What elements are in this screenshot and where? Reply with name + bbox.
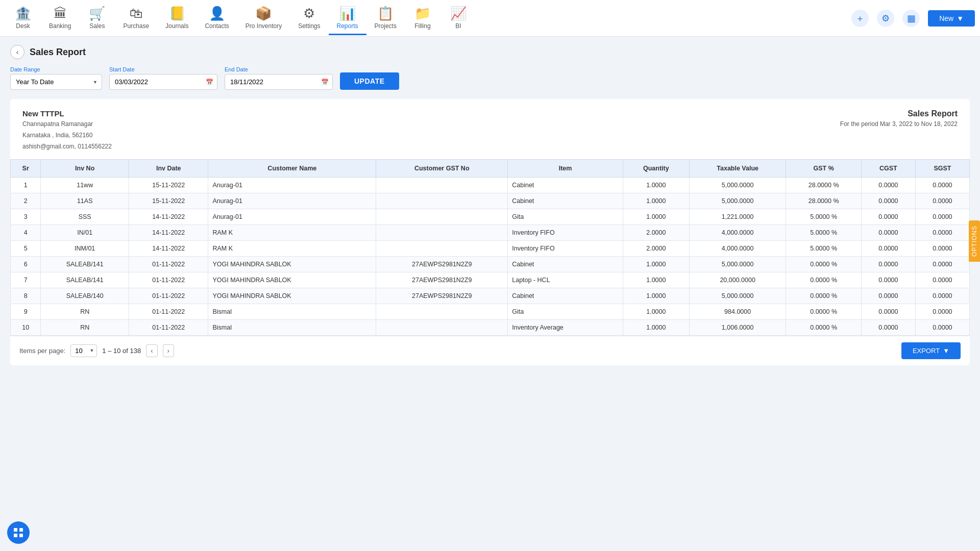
new-chevron-icon: ▼: [957, 14, 964, 22]
nav-item-contacts[interactable]: 👤 Contacts: [197, 2, 237, 35]
settings-icon[interactable]: ⚙: [877, 10, 894, 27]
cell-customer_name: YOGI MAHINDRA SABLOK: [208, 256, 376, 272]
nav-item-projects[interactable]: 📋 Projects: [366, 2, 405, 35]
cell-inv_date: 14-11-2022: [129, 240, 208, 256]
cell-gst_pct: 0.0000 %: [786, 304, 861, 319]
table-body: 111ww15-11-2022Anurag-01Cabinet1.00005,0…: [11, 177, 970, 335]
journals-label: Journals: [165, 22, 188, 30]
cell-item: Gita: [508, 209, 623, 224]
cell-cgst: 0.0000: [861, 177, 915, 193]
nav-item-settings[interactable]: ⚙ Settings: [290, 2, 328, 35]
cell-inv_no: 11AS: [41, 193, 129, 209]
options-tab[interactable]: OPTIONS: [969, 220, 980, 262]
top-navigation: 🏦 Desk 🏛 Banking 🛒 Sales 🛍 Purchase 📒 Jo…: [0, 0, 980, 37]
add-icon[interactable]: ＋: [851, 10, 869, 27]
page-size-wrapper: 10 25 50 100: [70, 344, 97, 357]
grid-view-icon[interactable]: ▦: [902, 10, 920, 27]
end-date-input[interactable]: [225, 74, 333, 90]
cell-gst_pct: 0.0000 %: [786, 288, 861, 304]
cell-sr: 10: [11, 319, 41, 335]
prev-page-button[interactable]: ‹: [146, 344, 157, 357]
start-date-filter: Start Date: [109, 66, 217, 90]
nav-item-desk[interactable]: 🏦 Desk: [5, 2, 41, 35]
cell-customer_gst: [376, 240, 508, 256]
cell-gst_pct: 28.0000 %: [786, 193, 861, 209]
cell-sr: 8: [11, 288, 41, 304]
cell-inv_no: SALEAB/141: [41, 272, 129, 288]
back-button[interactable]: ‹: [10, 45, 24, 59]
update-button[interactable]: UPDATE: [340, 72, 399, 90]
page-title: Sales Report: [30, 47, 86, 58]
cell-cgst: 0.0000: [861, 256, 915, 272]
table-row: 6SALEAB/14101-11-2022YOGI MAHINDRA SABLO…: [11, 256, 970, 272]
cell-quantity: 2.0000: [623, 240, 689, 256]
company-address1: Channapatna Ramanagar: [22, 119, 112, 129]
cell-inv_date: 01-11-2022: [129, 288, 208, 304]
table-row: 10RN01-11-2022BismalInventory Average1.0…: [11, 319, 970, 335]
new-button[interactable]: New ▼: [928, 10, 975, 27]
cell-quantity: 2.0000: [623, 224, 689, 240]
cell-customer_name: Bismal: [208, 319, 376, 335]
nav-item-filling[interactable]: 📁 Filling: [405, 2, 440, 35]
nav-item-purchase[interactable]: 🛍 Purchase: [115, 2, 157, 35]
col-header-inv-date: Inv Date: [129, 159, 208, 177]
cell-taxable_value: 5,000.0000: [689, 193, 786, 209]
cell-inv_date: 14-11-2022: [129, 224, 208, 240]
contacts-icon: 👤: [209, 6, 225, 21]
cell-inv_no: INM/01: [41, 240, 129, 256]
nav-item-bi[interactable]: 📈 BI: [440, 2, 476, 35]
cell-taxable_value: 1,221.0000: [689, 209, 786, 224]
col-header-customer-gst-no: Customer GST No: [376, 159, 508, 177]
nav-item-journals[interactable]: 📒 Journals: [157, 2, 197, 35]
cell-sgst: 0.0000: [915, 319, 969, 335]
bottom-app-icon[interactable]: [7, 521, 30, 544]
filling-label: Filling: [414, 22, 430, 30]
pro-inventory-label: Pro Inventory: [246, 22, 282, 30]
company-info: New TTTPL Channapatna Ramanagar Karnatak…: [22, 109, 112, 152]
cell-cgst: 0.0000: [861, 319, 915, 335]
cell-gst_pct: 5.0000 %: [786, 224, 861, 240]
cell-customer_name: Bismal: [208, 304, 376, 319]
svg-rect-2: [14, 534, 17, 537]
cell-customer_gst: [376, 177, 508, 193]
page-header: ‹ Sales Report: [10, 45, 970, 59]
header-row: SrInv NoInv DateCustomer NameCustomer GS…: [11, 159, 970, 177]
nav-item-banking[interactable]: 🏛 Banking: [41, 2, 79, 35]
end-date-wrapper: [225, 74, 333, 90]
nav-item-sales[interactable]: 🛒 Sales: [79, 2, 115, 35]
col-header-quantity: Quantity: [623, 159, 689, 177]
page-content: ‹ Sales Report Date Range Year To Date T…: [0, 37, 980, 551]
table-row: 5INM/0114-11-2022RAM KInventory FIFO2.00…: [11, 240, 970, 256]
cell-cgst: 0.0000: [861, 193, 915, 209]
report-info: New TTTPL Channapatna Ramanagar Karnatak…: [10, 99, 970, 159]
new-label: New: [939, 14, 953, 22]
cell-cgst: 0.0000: [861, 224, 915, 240]
cell-customer_name: Anurag-01: [208, 209, 376, 224]
sales-label: Sales: [89, 22, 105, 30]
cell-sgst: 0.0000: [915, 193, 969, 209]
page-size-select[interactable]: 10 25 50 100: [70, 344, 97, 357]
next-page-button[interactable]: ›: [163, 344, 174, 357]
cell-quantity: 1.0000: [623, 272, 689, 288]
svg-rect-0: [14, 528, 17, 532]
report-title-block: Sales Report For the period Mar 3, 2022 …: [840, 109, 958, 152]
col-header-cgst: CGST: [861, 159, 915, 177]
contacts-label: Contacts: [205, 22, 229, 30]
cell-taxable_value: 5,000.0000: [689, 177, 786, 193]
cell-sr: 2: [11, 193, 41, 209]
desk-icon: 🏦: [15, 6, 31, 21]
cell-item: Cabinet: [508, 288, 623, 304]
report-card: New TTTPL Channapatna Ramanagar Karnatak…: [10, 99, 970, 365]
cell-quantity: 1.0000: [623, 304, 689, 319]
start-date-input[interactable]: [109, 74, 217, 90]
company-address2: Karnataka , India, 562160: [22, 131, 112, 140]
date-range-select[interactable]: Year To Date This Month Last Month Custo…: [10, 74, 102, 90]
cell-quantity: 1.0000: [623, 256, 689, 272]
purchase-icon: 🛍: [130, 6, 143, 21]
date-range-select-wrapper: Year To Date This Month Last Month Custo…: [10, 74, 102, 90]
nav-item-reports[interactable]: 📊 Reports: [329, 2, 366, 35]
nav-items: 🏦 Desk 🏛 Banking 🛒 Sales 🛍 Purchase 📒 Jo…: [5, 2, 851, 35]
cell-quantity: 1.0000: [623, 177, 689, 193]
export-button[interactable]: EXPORT ▼: [901, 342, 961, 359]
nav-item-pro-inventory[interactable]: 📦 Pro Inventory: [237, 2, 290, 35]
